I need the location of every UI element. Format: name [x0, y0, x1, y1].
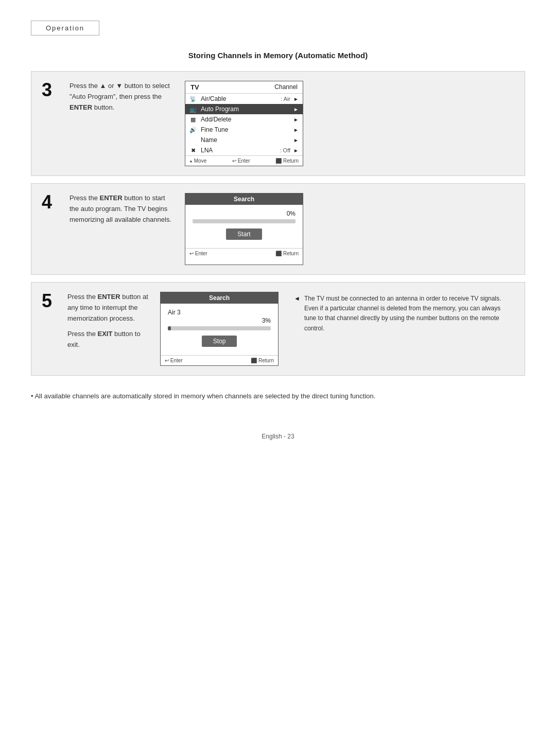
screen2-footer: ↩ Enter ⬛ Return: [185, 248, 303, 258]
screen3-progress-track: [168, 326, 271, 330]
lna-value: : Off: [280, 147, 291, 153]
screen-2: Search 0% Start ↩ Enter ⬛ Return: [185, 193, 303, 265]
header-label: Operation: [46, 24, 84, 32]
screen2-body: 0% Start: [185, 205, 303, 248]
screen2-percent: 0%: [193, 210, 296, 217]
step-3-block: 3 Press the ▲ or ▼ button to select "Aut…: [31, 71, 525, 176]
adddelete-label: Add/Delete: [201, 116, 287, 123]
screen-1: TV Channel 📡 Air/Cable : Air ► 📺 Auto Pr…: [185, 81, 303, 166]
page-footer: English - 23: [31, 433, 525, 440]
adddelete-arrow: ►: [293, 117, 299, 122]
screen1-header: TV Channel: [185, 81, 303, 94]
screen3-footer: ↩ Enter ⬛ Return: [161, 355, 278, 365]
menu-item-autoprogram: 📺 Auto Program ►: [185, 104, 303, 114]
screen3-footer-return: ⬛ Return: [251, 358, 274, 363]
aircable-label: Air/Cable: [201, 95, 277, 102]
step-3-text: Press the ▲ or ▼ button to select "Auto …: [70, 81, 172, 113]
screen1-footer-enter: ↩ Enter: [232, 158, 250, 164]
step-3-number: 3: [42, 81, 57, 99]
side-note: ◄ The TV must be connected to an antenna…: [289, 294, 514, 333]
screen2-footer-enter: ↩ Enter: [189, 251, 207, 256]
step-5-text-2: Press the EXIT button to exit.: [67, 329, 150, 350]
steps-area: 3 Press the ▲ or ▼ button to select "Aut…: [31, 71, 525, 383]
autoprogram-icon: 📺: [188, 106, 198, 113]
menu-item-lna: ✖ LNA : Off ►: [185, 145, 303, 155]
screen3-percent: 3%: [168, 317, 271, 324]
page-header: Operation: [31, 21, 99, 36]
menu-item-name: Name ►: [185, 135, 303, 145]
aircable-value: : Air: [281, 96, 290, 102]
screen2-footer-return: ⬛ Return: [275, 251, 299, 256]
screen1-footer: ⬥ Move ↩ Enter ⬛ Return: [185, 155, 303, 166]
screen3-progress-fill: [168, 326, 171, 330]
screen1-channel-label: Channel: [274, 83, 298, 91]
autoprogram-arrow: ►: [293, 107, 299, 112]
aircable-icon: 📡: [188, 96, 198, 102]
lna-label: LNA: [201, 147, 277, 154]
screen1-footer-move: ⬥ Move: [189, 158, 206, 164]
step-5-text-1: Press the ENTER button at any time to in…: [67, 292, 150, 324]
lna-icon: ✖: [188, 147, 198, 154]
screen3-air-label: Air 3: [168, 309, 271, 316]
step-5-block: 5 Press the ENTER button at any time to …: [31, 282, 525, 376]
screen3-footer-enter: ↩ Enter: [165, 358, 183, 363]
screen2-progress-track: [193, 219, 296, 223]
screen1-tv-label: TV: [190, 83, 199, 91]
screen-3: Search Air 3 3% Stop ↩ Enter ⬛ Return: [160, 292, 279, 366]
finetune-icon: 🔊: [188, 127, 198, 133]
name-arrow: ►: [293, 137, 299, 143]
step-4-number: 4: [42, 193, 57, 212]
screen1-footer-return: ⬛ Return: [275, 158, 299, 164]
menu-item-aircable: 📡 Air/Cable : Air ►: [185, 94, 303, 104]
aircable-arrow: ►: [293, 96, 299, 102]
finetune-arrow: ►: [293, 127, 299, 133]
adddelete-icon: ▦: [188, 116, 198, 123]
finetune-label: Fine Tune: [201, 126, 287, 133]
autoprogram-label: Auto Program: [201, 106, 287, 113]
menu-item-finetune: 🔊 Fine Tune ►: [185, 125, 303, 135]
screen2-title: Search: [185, 194, 303, 205]
side-note-text: The TV must be connected to an antenna i…: [304, 294, 509, 333]
step-5-texts: Press the ENTER button at any time to in…: [67, 292, 150, 350]
triangle-icon: ◄: [294, 295, 300, 302]
lna-arrow: ►: [293, 148, 299, 153]
bullet-note: All available channels are automatically…: [31, 391, 525, 402]
section-title: Storing Channels in Memory (Automatic Me…: [31, 51, 525, 60]
start-button[interactable]: Start: [226, 228, 262, 240]
menu-item-adddelete: ▦ Add/Delete ►: [185, 114, 303, 125]
screen3-title: Search: [161, 292, 278, 304]
step-4-text: Press the ENTER button to start the auto…: [70, 193, 172, 225]
step-5-number: 5: [42, 292, 57, 310]
name-label: Name: [201, 136, 287, 144]
stop-button[interactable]: Stop: [202, 336, 237, 347]
step-4-block: 4 Press the ENTER button to start the au…: [31, 183, 525, 275]
screen3-body: Air 3 3% Stop: [161, 304, 278, 355]
